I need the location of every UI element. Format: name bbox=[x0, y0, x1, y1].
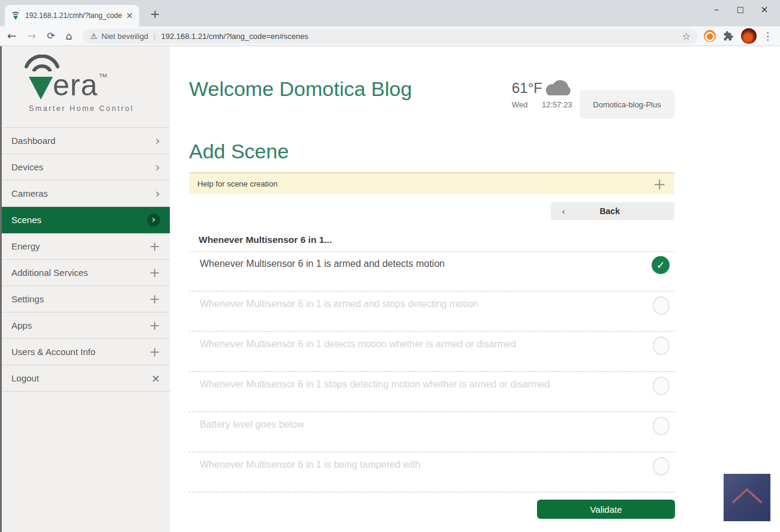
welcome-title: Welcome Domotica Blog bbox=[189, 77, 525, 101]
sidebar-item-logout[interactable]: Logout × bbox=[2, 365, 170, 392]
address-divider: | bbox=[154, 32, 155, 41]
sidebar-item-label: Energy bbox=[11, 241, 149, 251]
sidebar-item-label: Logout bbox=[11, 373, 151, 383]
sidebar-item-scenes[interactable]: Scenes › bbox=[2, 207, 170, 233]
vera-logo: era TM Smarter Home Control bbox=[29, 68, 143, 113]
weather-time: 12:57:23 bbox=[542, 100, 572, 109]
new-tab-button[interactable]: + bbox=[150, 7, 160, 21]
sidebar-item-label: Scenes bbox=[11, 215, 147, 225]
validate-button[interactable]: Validate bbox=[537, 500, 675, 519]
radio-icon[interactable]: ✓ bbox=[653, 336, 670, 355]
trigger-option-tampered[interactable]: Whenever Multisensor 6 in 1 is being tam… bbox=[189, 452, 674, 492]
trigger-option-label: Whenever Multisensor 6 in 1 stops detect… bbox=[200, 379, 550, 390]
trigger-option-label: Whenever Multisensor 6 in 1 detects moti… bbox=[200, 339, 516, 350]
url-text: 192.168.1.21/cmh/?lang_code=en#scenes bbox=[161, 32, 308, 41]
plus-icon: + bbox=[149, 266, 160, 279]
tab-close-icon[interactable]: × bbox=[125, 10, 133, 21]
sidebar-item-label: Devices bbox=[11, 162, 155, 172]
back-button[interactable]: ‹ Back bbox=[551, 202, 674, 220]
chevron-up-icon bbox=[724, 474, 770, 521]
sidebar-nav: Dashboard › Devices › Cameras › Scenes ›… bbox=[2, 127, 170, 392]
radio-icon[interactable]: ✓ bbox=[653, 377, 670, 395]
chevron-right-icon: › bbox=[155, 187, 160, 200]
browser-toolbar: ← → ⟳ ⌂ ⚠ Niet beveiligd | 192.168.1.21/… bbox=[0, 26, 780, 46]
sidebar-item-label: Additional Services bbox=[11, 267, 149, 278]
trigger-group-title: Whenever Multisensor 6 in 1... bbox=[189, 235, 674, 252]
radio-icon[interactable]: ✓ bbox=[653, 417, 670, 435]
trigger-option-armed-stops-motion[interactable]: Whenever Multisensor 6 in 1 is armed and… bbox=[189, 291, 674, 332]
not-secure-warning-icon[interactable]: ⚠ bbox=[90, 32, 97, 41]
check-icon: ✓ bbox=[656, 259, 665, 271]
sidebar-item-devices[interactable]: Devices › bbox=[2, 154, 170, 181]
radio-icon[interactable]: ✓ bbox=[652, 256, 670, 274]
sidebar-item-settings[interactable]: Settings + bbox=[2, 286, 170, 312]
help-label: Help for scene creation bbox=[197, 179, 278, 188]
main-panel: Welcome Domotica Blog 61°F Wed 12:57:23 … bbox=[170, 46, 780, 532]
plus-icon: + bbox=[149, 293, 160, 306]
wifi-arcs-icon bbox=[23, 55, 61, 71]
scroll-to-top-button[interactable] bbox=[724, 474, 770, 521]
security-label: Niet beveiligd bbox=[101, 32, 148, 41]
trademark-label: TM bbox=[99, 73, 107, 79]
close-icon: × bbox=[151, 373, 160, 384]
cloud-icon bbox=[542, 77, 575, 101]
trigger-option-label: Whenever Multisensor 6 in 1 is armed and… bbox=[200, 299, 478, 309]
chevron-right-icon: › bbox=[155, 134, 160, 148]
sidebar-item-additional-services[interactable]: Additional Services + bbox=[2, 260, 170, 286]
brand-tagline: Smarter Home Control bbox=[29, 104, 143, 113]
help-bar[interactable]: Help for scene creation + bbox=[189, 172, 674, 194]
plus-icon: + bbox=[149, 345, 160, 359]
maximize-button[interactable]: □ bbox=[728, 4, 752, 15]
trigger-option-stops-motion-any[interactable]: Whenever Multisensor 6 in 1 stops detect… bbox=[189, 372, 674, 412]
sidebar-item-energy[interactable]: Energy + bbox=[2, 233, 170, 260]
browser-window: 192.168.1.21/cmh/?lang_code=e × + – □ × … bbox=[0, 0, 780, 532]
expand-help-icon[interactable]: + bbox=[653, 176, 666, 192]
sidebar: era TM Smarter Home Control Dashboard › … bbox=[2, 46, 170, 532]
browser-tab-strip: 192.168.1.21/cmh/?lang_code=e × + – □ × bbox=[0, 0, 780, 26]
weather-temperature: 61°F bbox=[512, 80, 542, 97]
trigger-option-battery-level[interactable]: Battery level goes below ✓ bbox=[189, 412, 674, 452]
radio-icon[interactable]: ✓ bbox=[653, 296, 670, 315]
plus-icon: + bbox=[149, 240, 160, 253]
sidebar-item-apps[interactable]: Apps + bbox=[2, 312, 170, 339]
trigger-option-armed-detects-motion[interactable]: Whenever Multisensor 6 in 1 is armed and… bbox=[189, 251, 674, 291]
browser-menu-icon[interactable]: ⋮ bbox=[763, 30, 773, 42]
plus-icon: + bbox=[149, 319, 160, 332]
bookmark-star-icon[interactable]: ☆ bbox=[682, 31, 691, 42]
vera-v-triangle-icon bbox=[29, 77, 53, 100]
sidebar-item-label: Dashboard bbox=[11, 136, 155, 146]
close-window-button[interactable]: × bbox=[752, 4, 776, 15]
weather-day: Wed bbox=[512, 100, 528, 109]
sidebar-item-dashboard[interactable]: Dashboard › bbox=[2, 128, 170, 154]
back-button-label: Back bbox=[565, 206, 654, 216]
address-bar[interactable]: ⚠ Niet beveiligd | 192.168.1.21/cmh/?lan… bbox=[83, 29, 698, 44]
minimize-button[interactable]: – bbox=[704, 4, 728, 15]
tab-title: 192.168.1.21/cmh/?lang_code=e bbox=[25, 11, 122, 20]
sidebar-item-cameras[interactable]: Cameras › bbox=[2, 181, 170, 207]
chevron-right-icon: › bbox=[155, 161, 160, 174]
sidebar-item-label: Settings bbox=[11, 294, 149, 304]
trigger-options-list: Whenever Multisensor 6 in 1 is armed and… bbox=[189, 251, 674, 492]
browser-tab[interactable]: 192.168.1.21/cmh/?lang_code=e × bbox=[5, 5, 139, 26]
chevron-right-icon: › bbox=[147, 214, 160, 227]
brand-text: era bbox=[53, 71, 98, 99]
sidebar-item-label: Cameras bbox=[11, 188, 155, 199]
sidebar-item-users-account-info[interactable]: Users & Account Info + bbox=[2, 339, 170, 365]
home-icon[interactable]: ⌂ bbox=[66, 31, 73, 41]
radio-icon[interactable]: ✓ bbox=[653, 457, 670, 476]
profile-avatar[interactable] bbox=[741, 28, 757, 44]
extensions-puzzle-icon[interactable] bbox=[723, 31, 734, 41]
reload-icon[interactable]: ⟳ bbox=[47, 31, 55, 41]
window-controls: – □ × bbox=[704, 4, 776, 15]
controller-button[interactable]: Domotica-blog-Plus bbox=[580, 90, 674, 119]
trigger-option-label: Battery level goes below bbox=[200, 419, 304, 430]
extension-orange-icon[interactable] bbox=[704, 30, 716, 42]
forward-icon[interactable]: → bbox=[27, 31, 36, 41]
back-icon[interactable]: ← bbox=[7, 31, 16, 41]
page-title: Add Scene bbox=[189, 140, 289, 163]
page-content: era TM Smarter Home Control Dashboard › … bbox=[0, 46, 780, 532]
trigger-option-label: Whenever Multisensor 6 in 1 is being tam… bbox=[200, 459, 420, 470]
trigger-option-detects-motion-any[interactable]: Whenever Multisensor 6 in 1 detects moti… bbox=[189, 332, 674, 372]
trigger-option-label: Whenever Multisensor 6 in 1 is armed and… bbox=[200, 259, 445, 269]
sidebar-item-label: Apps bbox=[11, 320, 149, 330]
